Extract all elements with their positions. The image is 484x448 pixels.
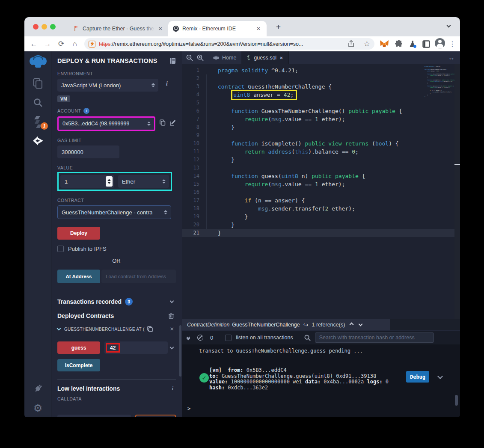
code-line: 12 }	[182, 156, 424, 164]
transactions-chevron-icon[interactable]	[170, 299, 174, 303]
references-count: 1 reference(s)	[312, 322, 345, 328]
documentation-book-icon[interactable]	[169, 57, 176, 64]
address-bar[interactable]: https://remix.ethereum.org/#optimize=fal…	[84, 38, 374, 50]
maximize-window-button[interactable]	[50, 24, 56, 30]
url-https: https	[99, 41, 110, 47]
log-expand-chevron-icon[interactable]	[437, 374, 443, 379]
at-address-placeholder: Load contract from Address	[106, 274, 166, 279]
extensions-puzzle-icon[interactable]	[392, 40, 406, 48]
value-highlight-box: 1 Ether	[57, 172, 172, 191]
remix-logo-icon[interactable]	[24, 54, 51, 69]
transact-button-partial[interactable]	[135, 415, 176, 417]
at-address-input[interactable]: Load contract from Address	[101, 270, 176, 283]
code-line: 21}	[182, 229, 454, 237]
add-account-icon[interactable]: +	[83, 108, 89, 114]
guess-button[interactable]: guess	[57, 341, 100, 354]
zoom-in-icon[interactable]	[197, 54, 204, 61]
tx-log-line: [vm] from: 0x5B3...eddC4	[209, 368, 389, 374]
terminal-search-input[interactable]	[315, 332, 434, 343]
search-icon[interactable]	[24, 98, 51, 108]
prev-reference-icon[interactable]	[350, 323, 354, 327]
editor-scrollbar[interactable]	[454, 64, 460, 319]
flask-extension-icon[interactable]	[405, 40, 419, 48]
publish-ipfs-checkbox[interactable]	[57, 246, 64, 252]
solidity-compiler-icon[interactable]: 1	[24, 116, 51, 128]
deploy-run-icon[interactable]	[24, 135, 51, 146]
zoom-out-icon[interactable]	[186, 54, 193, 61]
tab-home[interactable]: Home	[208, 51, 241, 64]
collapse-terminal-icon[interactable]	[187, 336, 190, 340]
environment-select[interactable]: JavaScript VM (London)	[57, 79, 158, 92]
new-tab-button[interactable]: +	[276, 22, 281, 32]
panel-title: DEPLOY & RUN TRANSACTIONS	[57, 57, 157, 64]
trash-icon[interactable]	[168, 312, 174, 319]
plugin-manager-icon[interactable]	[24, 383, 51, 394]
home-button[interactable]: ⌂	[68, 40, 82, 48]
deployed-contract-header[interactable]: GUESSTHENUMBERCHALLENGE AT ( ✕	[57, 326, 176, 332]
close-tab-icon[interactable]: ✕	[256, 26, 261, 32]
clear-console-icon[interactable]	[197, 335, 203, 341]
listen-checkbox[interactable]	[225, 335, 232, 341]
profile-avatar[interactable]	[433, 38, 447, 50]
minimap[interactable]: pragma solidity ^0.4.21; contract GuessT…	[425, 66, 453, 98]
account-select[interactable]: 0x5B3...eddC4 (98.9999999	[57, 116, 155, 131]
edit-account-icon[interactable]	[170, 119, 176, 126]
code-line: 17 if (n == answer) {	[182, 196, 424, 205]
tab-guess-sol[interactable]: guess.sol ✕	[241, 51, 288, 64]
close-file-icon[interactable]: ✕	[279, 56, 283, 60]
forward-button[interactable]: →	[41, 40, 54, 48]
minimap-line: require(msg.value == 1 ether);	[425, 75, 453, 77]
metamask-icon[interactable]	[377, 40, 391, 48]
copy-account-icon[interactable]	[160, 119, 165, 126]
tab-remix-ide[interactable]: Remix - Ethereum IDE ✕	[168, 21, 267, 36]
code-editor[interactable]: 1pragma solidity ^0.4.21;23contract Gues…	[182, 64, 460, 319]
at-address-button[interactable]: At Address	[57, 270, 100, 283]
minimize-window-button[interactable]	[42, 24, 47, 30]
guess-expand-chevron-icon[interactable]	[170, 345, 174, 349]
tab-home-label: Home	[222, 55, 236, 61]
tab-search-chevron-icon[interactable]	[447, 24, 451, 28]
contract-select[interactable]: GuessTheNumberChallenge - contra	[57, 205, 171, 219]
tx-log-block[interactable]: [vm] from: 0x5B3...eddC4to: GuessTheNumb…	[209, 368, 389, 391]
tab-capture-the-ether[interactable]: Capture the Ether - Guess the ✕	[69, 21, 167, 36]
url-text: https://remix.ethereum.org/#optimize=fal…	[99, 41, 348, 47]
collapse-chevron-icon[interactable]	[57, 326, 61, 331]
terminal[interactable]: transact to GuessTheNumberChallenge.gues…	[182, 344, 460, 417]
expand-horizontal-icon[interactable]: ↔	[448, 54, 455, 62]
close-contract-icon[interactable]: ✕	[170, 326, 174, 332]
low-level-info-icon[interactable]: i	[172, 385, 173, 392]
guess-arg-highlight: 42	[106, 343, 120, 353]
browser-menu-icon[interactable]: ⋮	[449, 40, 456, 48]
extension-bolt-icon[interactable]	[89, 41, 95, 47]
panel-scrollbar[interactable]	[179, 325, 181, 377]
value-stepper[interactable]	[106, 176, 113, 187]
definition-bar[interactable]: ContractDefinition GuessTheNumberChallen…	[182, 319, 390, 330]
environment-label: ENVIRONMENT	[57, 71, 176, 76]
value-unit-select[interactable]: Ether	[118, 175, 169, 188]
terminal-scrollbar[interactable]	[455, 395, 458, 406]
go-to-reference-icon[interactable]: ↪	[303, 321, 309, 328]
deploy-button[interactable]: Deploy	[57, 227, 100, 240]
iscomplete-button[interactable]: isComplete	[57, 359, 100, 371]
environment-info-icon[interactable]: i	[166, 80, 168, 87]
guess-arg-input[interactable]: 42	[104, 341, 168, 354]
terminal-prompt: >	[187, 406, 190, 412]
gas-limit-input[interactable]: 3000000	[57, 145, 119, 158]
side-panel-icon[interactable]	[419, 40, 433, 48]
value-input[interactable]: 1	[60, 175, 114, 188]
close-window-button[interactable]	[33, 24, 39, 30]
debug-button[interactable]: Debug	[406, 371, 429, 383]
bookmark-star-icon[interactable]: ☆	[364, 39, 370, 48]
code-line: 15 require(msg.value == 1 ether);	[182, 180, 424, 188]
close-tab-icon[interactable]: ✕	[158, 26, 163, 32]
share-icon[interactable]	[348, 40, 354, 47]
next-reference-icon[interactable]	[359, 322, 363, 326]
back-button[interactable]: ←	[27, 40, 41, 48]
reload-button[interactable]: ⟳	[54, 39, 68, 48]
file-explorer-icon[interactable]	[24, 78, 51, 89]
copy-contract-icon[interactable]	[147, 326, 153, 332]
listen-label: listen on all transactions	[236, 335, 293, 341]
editor-tab-bar: Home guess.sol ✕ ↔	[182, 51, 460, 64]
calldata-input[interactable]	[57, 415, 131, 417]
settings-gear-icon[interactable]: ⚙	[24, 402, 51, 414]
